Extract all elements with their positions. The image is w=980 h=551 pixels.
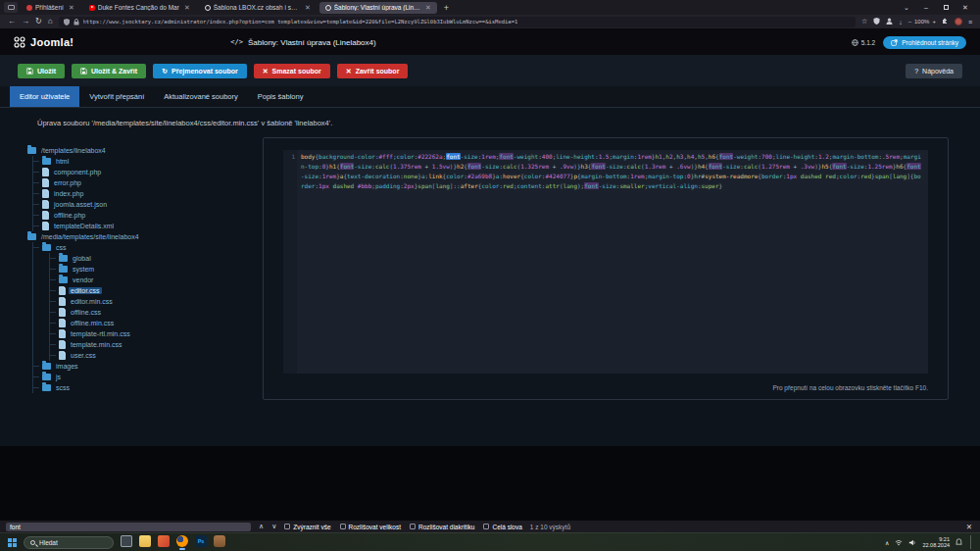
tree-item[interactable]: /templates/linelabox4 xyxy=(27,145,261,156)
tree-item[interactable]: template-rtl.min.css xyxy=(27,328,261,339)
menu-hamburger-icon[interactable]: ≡ xyxy=(968,19,972,25)
tree-item[interactable]: error.php xyxy=(27,177,261,188)
tree-item-label: css xyxy=(54,244,69,251)
browser-tab[interactable]: Šablona LBOX.cz obsah i serv…✕ xyxy=(199,2,317,14)
find-option-rozli-ovat-diakritiku[interactable]: Rozlišovat diakritiku xyxy=(410,524,474,530)
checkbox-icon[interactable] xyxy=(340,524,346,529)
tree-item[interactable]: offline.min.css xyxy=(27,318,261,328)
tree-item[interactable]: offline.css xyxy=(27,307,261,318)
tree-item[interactable]: component.php xyxy=(27,167,261,177)
tree-item[interactable]: editor.css xyxy=(27,285,261,296)
tab-vytvo-it-p-eps-n-[interactable]: Vytvořit přepsání xyxy=(79,86,154,107)
delete-file-button[interactable]: ✕ Smazat soubor xyxy=(254,64,330,78)
shield-icon[interactable] xyxy=(64,19,70,25)
tree-item[interactable]: index.php xyxy=(27,188,261,199)
firefox-view-button[interactable] xyxy=(4,2,18,13)
new-tab-button[interactable]: + xyxy=(440,3,453,13)
find-previous-button[interactable]: ∧ xyxy=(259,523,264,530)
checkbox-icon[interactable] xyxy=(483,524,489,529)
rename-file-button[interactable]: ↻ Přejmenovat soubor xyxy=(153,64,247,78)
tree-item[interactable]: html xyxy=(27,156,261,167)
zoom-in-button[interactable]: + xyxy=(932,19,936,25)
tree-item[interactable]: js xyxy=(27,372,261,382)
taskbar-search[interactable]: Hledat xyxy=(24,536,114,549)
preview-site-button[interactable]: Prohlédnout stránky xyxy=(883,36,966,49)
code-editor[interactable]: 1 body{background-color:#fff;color:#2226… xyxy=(283,150,928,374)
url-text: https://www.jsocktary.cz/administrator/i… xyxy=(83,19,518,25)
tree-item[interactable]: /media/templates/site/linelabox4 xyxy=(27,231,261,242)
find-next-button[interactable]: ∨ xyxy=(271,523,276,530)
tree-item[interactable]: scss xyxy=(27,382,261,393)
task-view-icon[interactable] xyxy=(121,535,132,547)
save-close-button[interactable]: Uložit & Zavřít xyxy=(72,64,146,78)
browser-tab[interactable]: Přihlášení✕ xyxy=(21,2,80,14)
notification-bell-icon[interactable] xyxy=(956,538,962,546)
tree-item[interactable]: joomla.asset.json xyxy=(27,199,261,210)
help-button[interactable]: ? Nápověda xyxy=(906,64,962,78)
code-content[interactable]: body{background-color:#fff;color:#22262a… xyxy=(297,150,928,374)
checkbox-icon[interactable] xyxy=(284,524,290,529)
downloads-icon[interactable]: ↓ xyxy=(899,19,903,25)
home-button[interactable]: ⌂ xyxy=(48,18,53,25)
tree-item[interactable]: offline.php xyxy=(27,210,261,221)
reload-button[interactable]: ↻ xyxy=(35,18,42,25)
taskbar-clock[interactable]: 9:21 22.08.2024 xyxy=(922,536,950,549)
address-bar[interactable]: https://www.jsocktary.cz/administrator/i… xyxy=(59,17,856,27)
tree-item-label: template.min.css xyxy=(69,341,124,348)
wifi-icon[interactable] xyxy=(895,539,903,546)
tab-editor-u-ivatele[interactable]: Editor uživatele xyxy=(10,86,79,107)
tree-item[interactable]: templateDetails.xml xyxy=(27,221,261,231)
start-button[interactable] xyxy=(8,538,17,547)
window-maximize-button[interactable] xyxy=(941,4,951,11)
back-button[interactable]: ← xyxy=(8,18,16,25)
find-close-button[interactable]: ✕ xyxy=(966,523,974,531)
lock-icon[interactable] xyxy=(74,19,79,25)
find-option-rozli-ovat-velikost[interactable]: Rozlišovat velikost xyxy=(340,524,401,530)
tree-item[interactable]: user.css xyxy=(27,350,261,361)
forward-button[interactable]: → xyxy=(22,18,29,25)
photos-app-icon[interactable] xyxy=(158,535,170,547)
tree-item[interactable]: system xyxy=(27,264,261,275)
tab-close-icon[interactable]: ✕ xyxy=(69,4,74,12)
window-minimize-button[interactable]: – xyxy=(921,4,931,11)
tree-item[interactable]: images xyxy=(27,361,261,372)
zoom-level[interactable]: 100% xyxy=(914,19,929,25)
find-input[interactable] xyxy=(6,523,251,531)
tree-item[interactable]: template.min.css xyxy=(27,339,261,350)
file-explorer-icon[interactable] xyxy=(139,535,151,547)
zoom-out-button[interactable]: – xyxy=(908,19,911,25)
tab-close-icon[interactable]: ✕ xyxy=(425,4,431,12)
app-icon[interactable] xyxy=(214,535,225,547)
speaker-icon[interactable] xyxy=(908,539,916,546)
tab-close-icon[interactable]: ✕ xyxy=(184,4,190,12)
tab-overflow-chevron-icon[interactable]: ⌄ xyxy=(902,4,911,12)
file-icon xyxy=(42,211,49,220)
find-option-zv-raznit-v-e[interactable]: Zvýraznit vše xyxy=(284,524,330,530)
folder-icon xyxy=(42,384,51,391)
window-close-button[interactable]: ✕ xyxy=(960,4,970,12)
tray-chevron-up-icon[interactable]: ∧ xyxy=(885,539,889,546)
bookmark-star-icon[interactable]: ☆ xyxy=(861,18,867,25)
tab-aktualizovan-soubory[interactable]: Aktualizované soubory xyxy=(154,86,247,107)
tree-elbow xyxy=(32,221,40,231)
tree-item[interactable]: css xyxy=(27,242,261,253)
photoshop-icon[interactable]: Ps xyxy=(195,535,207,547)
close-file-button[interactable]: ✕ Zavřít soubor xyxy=(337,64,409,78)
account-icon[interactable] xyxy=(886,18,893,25)
save-button[interactable]: Uložit xyxy=(18,64,65,78)
firefox-icon[interactable] xyxy=(176,535,188,547)
tab-popis-ablony[interactable]: Popis šablony xyxy=(248,86,314,107)
profile-avatar[interactable] xyxy=(955,18,962,25)
show-desktop-button[interactable] xyxy=(970,535,972,549)
save-icon xyxy=(26,68,33,75)
extension-shield-icon[interactable] xyxy=(873,18,880,25)
tree-item[interactable]: editor.min.css xyxy=(27,296,261,307)
find-option-cel-slova[interactable]: Celá slova xyxy=(483,524,521,530)
tree-item[interactable]: vendor xyxy=(27,275,261,285)
browser-tab[interactable]: Šablony: Vlastní úprava (Linela…✕ xyxy=(319,2,437,14)
checkbox-icon[interactable] xyxy=(410,524,416,529)
tree-item[interactable]: global xyxy=(27,253,261,264)
browser-tab[interactable]: Duke Fontes Canção do Mar✕ xyxy=(83,2,196,14)
extensions-puzzle-icon[interactable] xyxy=(942,18,949,25)
tab-close-icon[interactable]: ✕ xyxy=(305,4,311,12)
